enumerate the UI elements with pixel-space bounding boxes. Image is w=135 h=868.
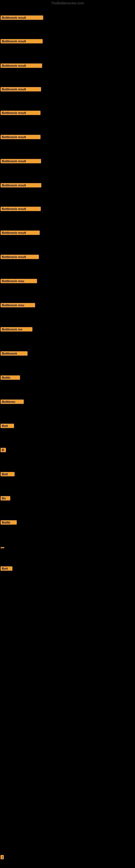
badge-9-container: Bottleneck result xyxy=(1,207,41,212)
badge-2: Bottleneck result xyxy=(1,39,43,43)
badge-22-container: Bottle xyxy=(1,520,17,526)
badge-2-container: Bottleneck result xyxy=(1,39,43,44)
badge-3-container: Bottleneck result xyxy=(1,63,42,69)
badge-24-container: Bott xyxy=(1,566,12,572)
badge-12: Bottleneck resu xyxy=(1,279,37,283)
badge-7-container: Bottleneck result xyxy=(1,159,41,164)
badge-16: Bottle xyxy=(1,375,20,380)
badge-8-container: Bottleneck result xyxy=(1,183,41,188)
badge-23-container xyxy=(1,545,4,549)
badge-19-container: B xyxy=(1,448,6,453)
badge-18-container: Bott xyxy=(1,424,14,429)
badge-16-container: Bottle xyxy=(1,375,20,381)
badge-15: Bottleneck xyxy=(1,351,28,355)
badge-13-container: Bottleneck resu xyxy=(1,303,35,308)
badge-25-container: | xyxy=(1,855,4,860)
badge-17: Bottlenec xyxy=(1,400,24,404)
badge-17-container: Bottlenec xyxy=(1,400,24,405)
badge-5: Bottleneck result xyxy=(1,111,41,115)
badge-21: Bo xyxy=(1,496,10,500)
badge-22: Bottle xyxy=(1,520,17,525)
site-title: TheBottlenecker.com xyxy=(0,1,135,5)
badge-15-container: Bottleneck xyxy=(1,351,28,357)
badge-10: Bottleneck result xyxy=(1,230,40,235)
badge-12-container: Bottleneck resu xyxy=(1,279,37,284)
badge-14-container: Bottleneck res xyxy=(1,327,32,333)
badge-23 xyxy=(1,547,4,548)
badge-7: Bottleneck result xyxy=(1,159,41,163)
badge-24: Bott xyxy=(1,566,12,571)
badge-20: Bott xyxy=(1,472,14,476)
badge-4: Bottleneck result xyxy=(1,87,41,91)
badge-13: Bottleneck resu xyxy=(1,303,35,307)
badge-11-container: Bottleneck result xyxy=(1,255,39,260)
badge-4-container: Bottleneck result xyxy=(1,87,41,93)
badge-9: Bottleneck result xyxy=(1,207,41,211)
badge-14: Bottleneck res xyxy=(1,327,32,332)
badge-21-container: Bo xyxy=(1,496,10,501)
badge-11: Bottleneck result xyxy=(1,255,39,259)
badge-25: | xyxy=(1,855,4,859)
badge-10-container: Bottleneck result xyxy=(1,230,40,236)
badge-8: Bottleneck result xyxy=(1,183,41,187)
badge-3: Bottleneck result xyxy=(1,63,42,68)
badge-5-container: Bottleneck result xyxy=(1,111,41,116)
badge-19: B xyxy=(1,448,6,452)
badge-20-container: Bott xyxy=(1,472,14,477)
badge-6-container: Bottleneck result xyxy=(1,135,41,140)
badge-18: Bott xyxy=(1,424,14,428)
badge-1-container: Bottleneck result xyxy=(1,16,43,21)
badge-6: Bottleneck result xyxy=(1,135,41,139)
badge-1: Bottleneck result xyxy=(1,16,43,20)
